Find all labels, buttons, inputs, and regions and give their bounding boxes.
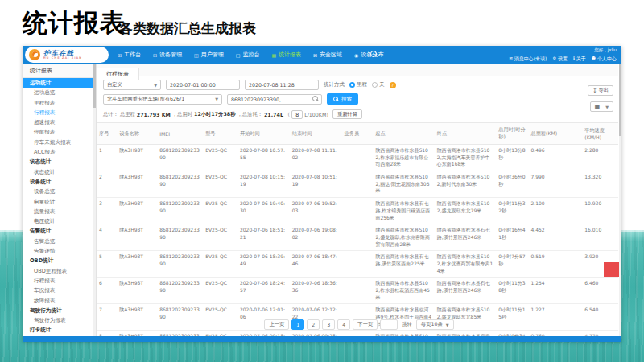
sidebar-item[interactable]: 行程报表 [23,108,96,117]
page-number-button[interactable]: 3 [322,319,335,330]
column-picker-button[interactable]: ▦ ▼ [590,101,613,112]
table-cell: 陕西省商洛市柞水县S102,柞水县桂花酒店西南45米 [373,278,434,304]
logo-subname: HU CHE ZAI XIAN [43,57,82,60]
sidebar-item[interactable]: 设备统计 [23,177,96,187]
imei-input[interactable] [227,94,322,105]
search-icon[interactable] [370,51,378,58]
sidebar-item[interactable]: 超速报表 [23,117,96,127]
sidebar-item[interactable]: 车况报表 [23,286,96,295]
table-cell: 陕西省商洛市柞水县S102,金正大厦东南107米 [373,331,434,336]
next-page-button[interactable]: 下一页 [353,319,378,330]
sidebar-item[interactable]: 状态统计 [23,167,96,177]
date-range-select[interactable]: 自定义▼ [103,80,161,90]
table-header-cell[interactable]: 总里程(KM) [528,123,582,145]
app-logo[interactable]: 护车在线 HU CHE ZAI XIAN [25,47,109,63]
radio-mileage[interactable]: 里程 [349,81,367,88]
sidebar-item[interactable]: 电压统计 [23,216,96,226]
page-number-button[interactable]: 4 [337,319,350,330]
nav-item[interactable]: ◫ 用户管理 [194,51,224,59]
navbar-link-label: 个人中心 [597,54,617,63]
sidebar-item[interactable]: OBD里程报表 [23,266,96,276]
main-scrollbar[interactable] [619,64,621,336]
help-icon[interactable]: ? [390,82,396,88]
page-jump-input[interactable] [380,319,398,330]
table-header-cell[interactable]: 开始时间 [237,123,290,145]
table-cell: 陕A3H93T [117,251,157,278]
navbar-link[interactable]: ℹ 关于 [573,54,586,63]
main-scrollbar-thumb[interactable] [619,64,621,136]
sidebar-item[interactable]: 驾驶行为报表 [23,315,96,325]
navbar-link[interactable]: ☻ 个人中心 [592,54,617,63]
page-number-button[interactable]: 2 [307,319,320,330]
table-header-cell[interactable]: 序号 [97,123,117,145]
sidebar-item[interactable]: 流量报表 [23,207,96,216]
table-cell: 4.770 [582,331,618,336]
export-button[interactable]: ↧ 导出 [588,85,613,96]
table-cell: 0小时11分38秒 [496,278,528,304]
sidebar-item[interactable]: 停车未熄火报表 [23,138,96,147]
sidebar-item[interactable]: 告警详情 [23,246,96,256]
navbar-link[interactable]: ⚙ 设置 [552,54,567,63]
table-header-cell[interactable]: 起点 [373,123,434,145]
sidebar-item[interactable]: 状态统计 [23,157,96,167]
nav-item[interactable]: ⊠ 安全区域 [313,51,342,59]
sidebar-item[interactable]: 告警统计 [23,226,96,236]
nav-item[interactable]: ◉ 设备分布 [354,51,383,59]
vehicle-group-select[interactable]: 北斗车联网重卡护车辆(所有626/1▼ [103,94,222,105]
page-number-button[interactable]: 1 [291,319,304,330]
table-header-cell[interactable]: 业务员 [342,123,374,145]
table-body: 1陕A3H93T868120230923390EV25-QC2020-07-08… [97,145,618,337]
prev-page-button[interactable]: 上一页 [264,319,289,330]
nav-item[interactable]: ▦ 统计报表 [271,51,301,59]
table-header-cell[interactable]: 结束时间 [290,123,342,145]
navbar-link[interactable]: ✉ 消息中心(未读) [510,54,547,63]
table-header-cell[interactable]: 总用时(时分秒) [496,123,528,145]
nav-item[interactable]: ⊞ 工作台 [118,51,141,59]
table-cell: 陕西省商洛市柞水县迎春路11号,国家税务总局柞水县税务局第二税务分局-西门东21… [435,331,496,336]
sidebar-item[interactable]: 电量统计 [23,197,96,207]
search-button[interactable]: 搜索 [327,93,358,105]
sidebar-scrollbar[interactable] [93,64,96,336]
table-cell: 陕A3H93T [117,145,157,171]
sidebar-item[interactable]: 打卡统计 [23,325,96,335]
sidebar-scrollbar-thumb[interactable] [93,64,96,108]
navbar-link-label: 消息中心(未读) [514,54,547,63]
fuel-rate-input[interactable] [291,110,303,119]
table-cell [342,171,374,198]
table-header-cell[interactable]: 终点 [435,123,496,145]
sidebar-item[interactable]: 停留报表 [23,127,96,137]
duration-label: ，总用时 [172,111,192,118]
table-header-cell[interactable]: 平均速度(KM/H) [582,123,618,145]
sidebar-item[interactable]: OBD统计 [23,256,96,265]
page-size-select[interactable]: 每页10条 ▼ [416,319,454,330]
radio-day[interactable]: 天 [372,81,385,88]
table-cell: 6.460 [582,278,618,304]
main-nav: ⊞ 工作台 ⊡ 设备管理 ◫ 用户管理 ▢ 监 [118,46,383,64]
table-cell: 10.930 [582,198,618,224]
navbar-link-icon: ✉ [510,54,513,63]
sidebar-item[interactable]: 告警总览 [23,237,96,246]
table-header-cell[interactable]: 型号 [203,123,237,145]
table-header-cell[interactable]: IMEI [157,123,203,145]
end-date-input[interactable] [245,80,319,90]
sidebar-item[interactable]: 里程报表 [23,98,96,108]
table-cell: 陕A3H93T [117,171,157,198]
start-date-input[interactable] [166,80,240,90]
sidebar-item[interactable]: 故障报表 [23,296,96,306]
sidebar-item[interactable]: 驾驶行为统计 [23,306,96,315]
sidebar-item[interactable]: 设备总览 [23,187,96,196]
imei-search-icon[interactable] [312,96,318,102]
table-cell: 868120230923390 [157,331,203,336]
table-header-cell[interactable]: 设备名称 [117,123,157,145]
sidebar-item[interactable]: 行程报表 [23,276,96,286]
recalculate-button[interactable]: 重新计算 [332,109,362,119]
logo-icon [29,49,40,60]
sidebar-item[interactable]: 运动总览 [23,88,96,97]
sidebar-item[interactable]: ACC报表 [23,147,96,157]
nav-item[interactable]: ⊡ 设备管理 [153,51,182,59]
nav-item[interactable]: ▢ 监控台 [236,51,260,59]
table-cell: 0小时7分57秒 [496,251,528,278]
table-header-row: 序号设备名称IMEI型号开始时间结束时间业务员起点终点总用时(时分秒)总里程(K… [97,123,618,145]
table-cell: 2020-07-06 19:08:02 [290,224,342,251]
sidebar-item[interactable]: 运动统计 [23,78,96,88]
